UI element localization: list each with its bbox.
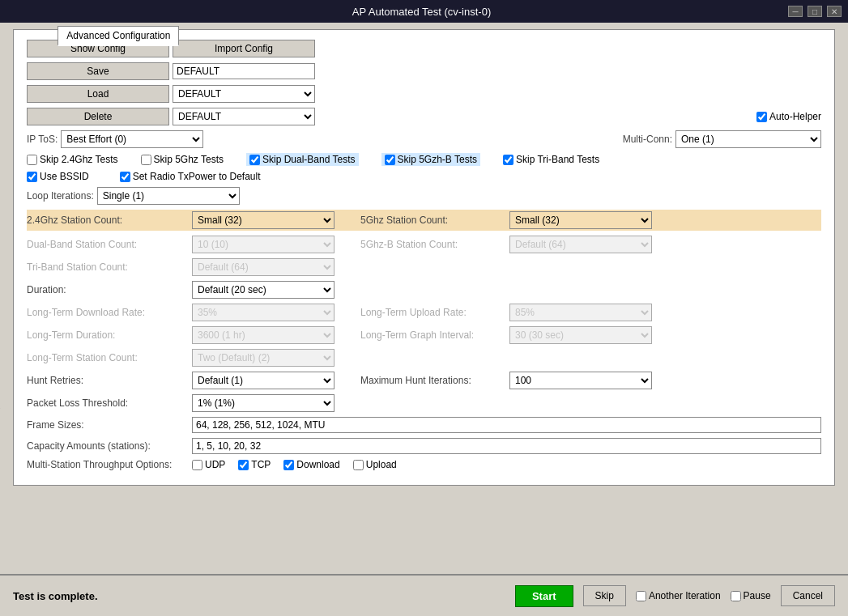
udp-checkbox[interactable] <box>192 460 202 470</box>
skip-button[interactable]: Skip <box>583 585 626 606</box>
iptos-multiconn-row: IP ToS: Best Effort (0) Multi-Conn: One … <box>27 130 821 148</box>
packet-loss-section: D Packet Loss Threshold: 1% (1%) <box>27 394 821 412</box>
longterm-up-label: Long-Term Upload Rate: <box>360 307 506 318</box>
longterm-station-select[interactable]: Two (Default) (2) <box>192 349 335 367</box>
skip5-label: Skip 5Ghz Tests <box>154 154 224 165</box>
longterm-down-select[interactable]: 35% <box>192 304 335 321</box>
pause-checkbox-item: Pause <box>731 590 771 601</box>
tcp-checkbox[interactable] <box>238 460 249 470</box>
save-field[interactable] <box>173 63 315 79</box>
longterm-rates-row: Long-Term Download Rate: 35% Long-Term U… <box>27 304 821 321</box>
skip24-label: Skip 2.4Ghz Tests <box>40 154 118 165</box>
multiconn-label: Multi-Conn: <box>623 134 672 145</box>
skip-dual-checkbox-item: Skip Dual-Band Tests <box>246 153 359 166</box>
longterm-graph-label: Long-Term Graph Interval: <box>360 329 506 341</box>
longterm-dur-row: Long-Term Duration: 3600 (1 hr) Long-Ter… <box>27 326 821 344</box>
set-radio-txpower-checkbox[interactable] <box>120 172 130 182</box>
load-button[interactable]: Load <box>27 85 169 103</box>
frame-sizes-label: Frame Sizes: <box>27 419 189 431</box>
skip5b-checkbox-item: Skip 5Gzh-B Tests <box>381 153 480 166</box>
dualband-station-row: Dual-Band Station Count: 10 (10) 5Ghz-B … <box>27 236 821 253</box>
maximize-button[interactable]: □ <box>808 6 822 17</box>
skip24-checkbox-item: Skip 2.4Ghz Tests <box>27 154 118 165</box>
packet-loss-select[interactable]: 1% (1%) <box>192 394 335 412</box>
use-bssid-checkbox[interactable] <box>27 172 37 182</box>
minimize-button[interactable]: ─ <box>788 6 803 17</box>
tri-band-select[interactable]: Default (64) <box>192 258 335 276</box>
delete-select[interactable]: DEFAULT <box>173 108 315 125</box>
auto-helper-checkbox-row: Auto-Helper <box>756 111 821 122</box>
tab-advanced-configuration[interactable]: Advanced Configuration <box>58 26 179 46</box>
hunt-retries-select[interactable]: Default (1) <box>192 372 335 389</box>
station24-select[interactable]: Small (32) <box>192 211 335 229</box>
set-radio-txpower-label: Set Radio TxPower to Default <box>133 171 261 182</box>
skip5b-checkbox[interactable] <box>385 155 395 165</box>
loop-iter-label: Loop Iterations: <box>27 190 94 202</box>
save-button[interactable]: Save <box>27 62 169 80</box>
skip-tri-checkbox[interactable] <box>503 155 513 165</box>
duration-select[interactable]: Default (20 sec) <box>192 281 335 299</box>
frame-sizes-section: E Frame Sizes: Capacity Amounts (station… <box>27 417 821 470</box>
close-button[interactable]: ✕ <box>827 6 842 17</box>
app-wrapper: AP Automated Test (cv-inst-0) ─ □ ✕ Sett… <box>0 0 848 616</box>
skip24-checkbox[interactable] <box>27 155 37 165</box>
save-row: Save <box>27 62 821 80</box>
skip-dual-label: Skip Dual-Band Tests <box>262 154 356 165</box>
download-label: Download <box>296 459 339 470</box>
multistation-label: Multi-Station Throughput Options: <box>27 459 189 470</box>
skip-tri-label: Skip Tri-Band Tests <box>516 154 599 165</box>
longterm-down-label: Long-Term Download Rate: <box>27 307 189 318</box>
delete-button[interactable]: Delete <box>27 108 169 125</box>
longterm-station-row: Long-Term Station Count: Two (Default) (… <box>27 349 821 367</box>
another-iter-checkbox[interactable] <box>636 591 646 601</box>
longterm-up-select[interactable]: 85% <box>509 304 652 321</box>
auto-helper-checkbox[interactable] <box>756 112 767 122</box>
capacity-amounts-label: Capacity Amounts (stations): <box>27 440 189 452</box>
upload-checkbox[interactable] <box>353 460 364 470</box>
station5b-label: 5Ghz-B Station Count: <box>360 239 506 250</box>
udp-label: UDP <box>205 459 225 470</box>
longterm-graph-select[interactable]: 30 (30 sec) <box>509 326 652 344</box>
download-checkbox[interactable] <box>283 460 294 470</box>
longterm-station-label: Long-Term Station Count: <box>27 352 189 363</box>
longterm-dur-label: Long-Term Duration: <box>27 329 189 341</box>
load-select[interactable]: DEFAULT <box>173 85 315 103</box>
station5b-select[interactable]: Default (64) <box>509 236 652 253</box>
tcp-checkbox-item: TCP <box>238 459 271 470</box>
frame-sizes-input[interactable] <box>192 417 821 433</box>
dual-band-select[interactable]: 10 (10) <box>192 236 335 253</box>
station24-label: 2.4Ghz Station Count: <box>27 215 189 226</box>
another-iter-checkbox-item: Another Iteration <box>636 590 721 601</box>
max-hunt-iter-label: Maximum Hunt Iterations: <box>360 375 506 386</box>
packet-loss-label: Packet Loss Threshold: <box>27 397 189 409</box>
delete-row: Delete DEFAULT Auto-Helper <box>27 108 821 125</box>
upload-checkbox-item: Upload <box>353 459 397 470</box>
cancel-button[interactable]: Cancel <box>781 585 835 606</box>
capacity-amounts-input[interactable] <box>192 438 821 454</box>
use-bssid-checkbox-item: Use BSSID <box>27 171 89 182</box>
skip-tri-checkbox-item: Skip Tri-Band Tests <box>503 154 599 165</box>
skip5-checkbox[interactable] <box>141 155 151 165</box>
start-button[interactable]: Start <box>515 585 573 607</box>
pause-label: Pause <box>744 590 771 601</box>
title-bar: AP Automated Test (cv-inst-0) ─ □ ✕ <box>0 0 848 23</box>
skip-dual-checkbox[interactable] <box>249 155 260 165</box>
status-text: Test is complete. <box>13 590 505 602</box>
import-config-button[interactable]: Import Config <box>173 40 315 57</box>
download-checkbox-item: Download <box>283 459 339 470</box>
station5-select[interactable]: Small (32) <box>509 211 652 229</box>
hunt-row: Hunt Retries: Default (1) Maximum Hunt I… <box>27 372 821 389</box>
inner-panel: Show Config Import Config Save Load DEFA… <box>13 29 835 486</box>
max-hunt-iter-select[interactable]: 100 <box>509 372 652 389</box>
tri-band-label: Tri-Band Station Count: <box>27 261 189 273</box>
station5-label: 5Ghz Station Count: <box>360 215 506 226</box>
longterm-dur-select[interactable]: 3600 (1 hr) <box>192 326 335 344</box>
iptos-select[interactable]: Best Effort (0) <box>61 130 203 148</box>
use-bssid-label: Use BSSID <box>40 171 89 182</box>
loop-iter-select[interactable]: Single (1) <box>97 187 240 205</box>
pause-checkbox[interactable] <box>731 591 741 601</box>
bssid-txpower-row: Use BSSID Set Radio TxPower to Default <box>27 171 821 182</box>
multiconn-select[interactable]: One (1) <box>675 130 821 148</box>
duration-label: Duration: <box>27 284 189 295</box>
window-controls: ─ □ ✕ <box>788 6 842 17</box>
